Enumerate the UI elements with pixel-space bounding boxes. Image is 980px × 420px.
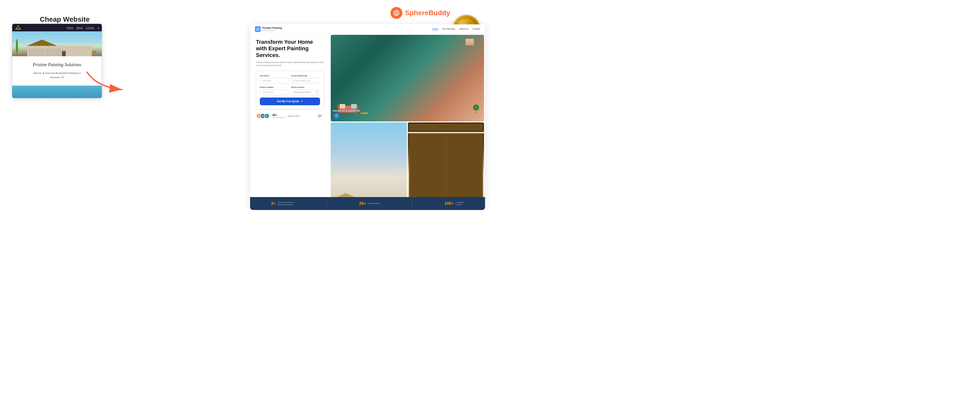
nav-link-home[interactable]: Home <box>432 28 438 30</box>
interior-arrow-btn[interactable]: ↗ <box>334 113 339 118</box>
nav-logo-text-container: Pristine Painting SOLUTIONS <box>262 27 282 31</box>
submit-label: Get My Free Quote <box>277 100 299 103</box>
website-left-content: Transform Your Home with Expert Painting… <box>250 34 330 210</box>
sphere-part: Sphere <box>405 9 428 17</box>
nav-link-services[interactable]: Our Services <box>442 28 455 30</box>
form-field-email: E-mail (Optional) you@company.com <box>291 75 320 84</box>
cheap-website-label: Cheap Website <box>40 16 89 23</box>
stat-clients-number: 26+ <box>359 201 366 206</box>
satisfied-count: 26+ <box>272 113 285 116</box>
stat-projects-label: Completed Projects <box>456 201 464 206</box>
right-section: SphereBuddy <box>245 0 490 210</box>
submit-button[interactable]: Get My Free Quote ↗ <box>260 97 320 105</box>
stats-bar: 3+ Years of Excellence in Residential Pa… <box>250 197 485 210</box>
submit-arrow-icon: ↗ <box>301 100 302 103</box>
sphere-buddy-text: SphereBuddy <box>405 9 450 17</box>
fullname-label: Full Name <box>260 75 289 77</box>
nav-twitter[interactable]: 𝕏 <box>97 26 99 29</box>
browser-nav: Home About Contact 𝕏 <box>67 26 99 29</box>
service-select[interactable]: Choose one service ▼ <box>291 89 320 95</box>
stat-clients-label: Satisfied clients <box>368 202 380 205</box>
nav-logo-name: Pristine Painting <box>262 27 282 30</box>
form-field-phone: Phone number Your number <box>260 86 289 95</box>
phone-input[interactable]: Your number <box>260 89 289 95</box>
website-right-content: Interior for a stylish life ↗ <box>330 34 485 210</box>
nav-link-about[interactable]: About Us <box>459 28 468 30</box>
left-section: Cheap Website VG Home About Contact 𝕏 <box>0 0 245 210</box>
stat-divider-2 <box>412 200 412 207</box>
curb-appeal-image: Timeless curb appeal + <box>331 123 407 209</box>
sphere-buddy-logo <box>390 7 402 19</box>
buddy-part: Buddy <box>428 9 450 17</box>
house-image: 🌴 <box>12 31 102 56</box>
fullname-input[interactable]: First name <box>260 78 289 84</box>
browser-logo: VG <box>15 25 22 30</box>
interior-label: Interior for a stylish life <box>333 109 360 113</box>
form-field-fullname: Full Name First name <box>260 75 289 84</box>
stat-years-number: 3+ <box>271 201 275 206</box>
avatar-3: C <box>264 113 269 119</box>
nav-link-contact[interactable]: Contact <box>473 28 480 30</box>
rating-score: (5.0) <box>282 117 285 118</box>
stat-projects: 100+ Completed Projects <box>445 201 464 206</box>
browser-bar: VG Home About Contact 𝕏 <box>12 24 102 31</box>
website-nav-links: Home Our Services About Us Contact <box>432 28 480 30</box>
rating-info: 26+ ★★★★★ (5.0) <box>272 113 285 119</box>
stat-divider-1 <box>327 200 327 207</box>
avatars: A B C <box>256 113 269 119</box>
form-row-name-email: Full Name First name E-mail (Optional) y… <box>260 75 320 84</box>
stat-years: 3+ Years of Excellence in Residential Pa… <box>271 201 295 206</box>
interior-image: Interior for a stylish life ↗ <box>331 35 484 121</box>
satisfied-label: satisfied clients <box>288 115 299 117</box>
arrow-container <box>82 67 132 97</box>
service-label: Select service <box>291 86 320 88</box>
website-nav-logo: Pristine Painting SOLUTIONS <box>255 26 282 32</box>
nav-contact[interactable]: Contact <box>86 26 94 29</box>
company-title: Pristine Painting Solutions <box>16 62 98 67</box>
svg-text:VG: VG <box>17 27 20 30</box>
svg-rect-19 <box>257 29 258 30</box>
form-field-service: Select service Choose one service ▼ <box>291 86 320 95</box>
select-arrow-icon: ▼ <box>316 91 318 93</box>
phone-label: Phone number <box>260 86 289 88</box>
quote-form: Full Name First name E-mail (Optional) y… <box>256 71 324 109</box>
stat-years-label: Years of Excellence in Residential Paint… <box>277 201 295 206</box>
email-label: E-mail (Optional) <box>291 75 320 77</box>
nav-logo-icon <box>255 26 261 32</box>
arrow-svg <box>82 67 132 97</box>
nav-home[interactable]: Home <box>67 26 73 29</box>
right-browser: Pristine Painting SOLUTIONS Home Our Ser… <box>250 24 485 210</box>
svg-point-5 <box>396 13 397 13</box>
stat-projects-number: 100+ <box>445 201 453 206</box>
social-proof: A B C 26+ ★★★★★ (5.0) satisfied clients <box>256 113 324 119</box>
google-logo: G <box>317 113 324 119</box>
service-placeholder: Choose one service <box>293 91 311 93</box>
stars: ★★★★★ (5.0) <box>272 116 285 119</box>
stat-clients: 26+ Satisfied clients <box>359 201 380 206</box>
website-main: Transform Your Home with Expert Painting… <box>250 34 485 210</box>
email-input[interactable]: you@company.com <box>291 78 320 84</box>
form-row-phone-service: Phone number Your number Select service … <box>260 86 320 95</box>
interior-overlay: Interior for a stylish life <box>333 109 360 113</box>
sphere-buddy-header: SphereBuddy <box>390 7 450 19</box>
hero-title: Transform Your Home with Expert Painting… <box>256 39 324 59</box>
hero-subtitle: Pristine Painting Solutions delivers exp… <box>256 61 324 67</box>
website-nav: Pristine Painting SOLUTIONS Home Our Ser… <box>250 24 485 34</box>
cabinets-image: Revitalize your cabinets. + <box>408 123 484 209</box>
nav-about[interactable]: About <box>76 26 83 29</box>
nav-logo-subtext: SOLUTIONS <box>262 30 282 31</box>
